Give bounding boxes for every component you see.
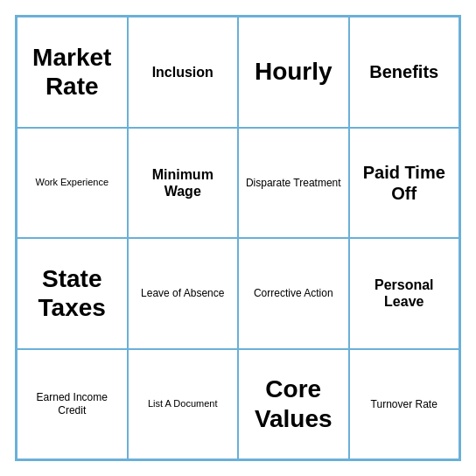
cell-label-corrective-action: Corrective Action — [254, 287, 333, 299]
cell-label-benefits: Benefits — [369, 61, 438, 82]
cell-work-experience: Work Experience — [17, 128, 128, 239]
cell-label-inclusion: Inclusion — [152, 64, 214, 80]
cell-benefits: Benefits — [349, 17, 460, 128]
cell-label-state-taxes: State Taxes — [23, 264, 122, 323]
cell-label-personal-leave: Personal Leave — [355, 276, 454, 310]
cell-turnover-rate: Turnover Rate — [349, 349, 460, 460]
cell-state-taxes: State Taxes — [17, 238, 128, 349]
cell-label-list-a-document: List A Document — [148, 398, 218, 410]
cell-label-disparate-treatment: Disparate Treatment — [246, 177, 341, 189]
cell-personal-leave: Personal Leave — [349, 238, 460, 349]
cell-paid-time-off: Paid Time Off — [349, 128, 460, 239]
cell-label-hourly: Hourly — [255, 57, 332, 87]
cell-hourly: Hourly — [238, 17, 349, 128]
cell-label-paid-time-off: Paid Time Off — [355, 162, 454, 204]
cell-inclusion: Inclusion — [128, 17, 239, 128]
cell-label-turnover-rate: Turnover Rate — [371, 398, 438, 410]
cell-market-rate: Market Rate — [17, 17, 128, 128]
cell-disparate-treatment: Disparate Treatment — [238, 128, 349, 239]
cell-core-values: Core Values — [238, 349, 349, 460]
cell-earned-income-credit: Earned Income Credit — [17, 349, 128, 460]
cell-corrective-action: Corrective Action — [238, 238, 349, 349]
cell-leave-of-absence: Leave of Absence — [128, 238, 239, 349]
cell-label-work-experience: Work Experience — [35, 177, 108, 188]
cell-label-leave-of-absence: Leave of Absence — [141, 287, 224, 299]
cell-minimum-wage: Minimum Wage — [128, 128, 239, 239]
cell-label-minimum-wage: Minimum Wage — [134, 166, 233, 200]
cell-label-market-rate: Market Rate — [23, 43, 122, 102]
cell-label-earned-income-credit: Earned Income Credit — [23, 391, 122, 416]
bingo-card: Market RateInclusionHourlyBenefitsWork E… — [15, 15, 461, 461]
cell-list-a-document: List A Document — [128, 349, 239, 460]
cell-label-core-values: Core Values — [244, 374, 343, 433]
